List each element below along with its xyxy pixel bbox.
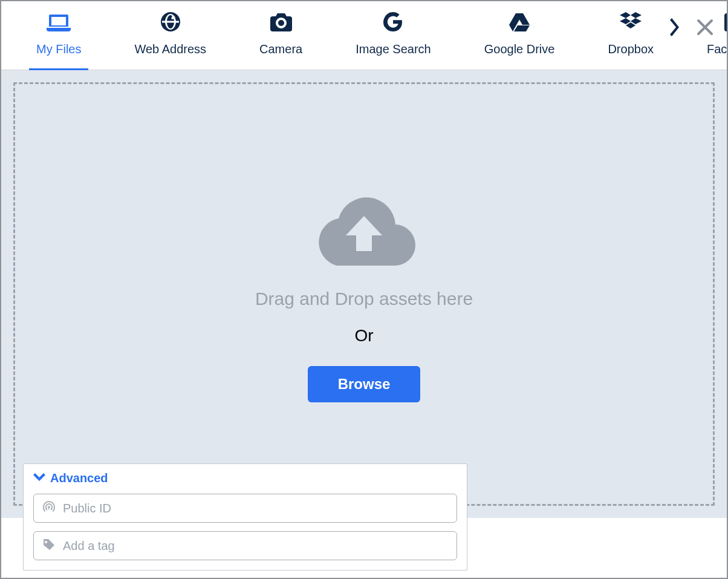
- dropzone-or: Or: [354, 326, 373, 345]
- dropzone-headline: Drag and Drop assets here: [255, 289, 473, 309]
- google-drive-icon: [509, 13, 530, 31]
- tab-web-address[interactable]: Web Address: [134, 0, 206, 70]
- svg-rect-1: [162, 21, 179, 23]
- tab-image-search[interactable]: Image Search: [356, 0, 431, 70]
- public-id-input[interactable]: [63, 502, 448, 515]
- tabbar-right-controls: [670, 18, 713, 39]
- cloud-upload-icon: [313, 193, 415, 266]
- upload-stage: Drag and Drop assets here Or Browse: [1, 70, 727, 518]
- tab-label: Camera: [259, 42, 302, 56]
- tab-google-drive[interactable]: Google Drive: [484, 1, 555, 70]
- advanced-toggle[interactable]: Advanced: [24, 464, 467, 494]
- tab-dropbox[interactable]: Dropbox: [608, 0, 654, 70]
- source-tabbar: My Files Web Address Camera Image Search: [1, 1, 727, 70]
- public-id-field[interactable]: [33, 494, 457, 523]
- tag-icon: [42, 538, 56, 554]
- chevron-right-icon: [670, 18, 681, 39]
- dropbox-icon: [620, 12, 642, 31]
- advanced-body: [24, 494, 467, 570]
- laptop-icon: [47, 13, 71, 31]
- close-icon: [697, 19, 713, 38]
- browse-button[interactable]: Browse: [308, 366, 421, 402]
- camera-icon: [270, 13, 292, 31]
- globe-icon: [161, 12, 180, 31]
- tab-label: My Files: [36, 42, 81, 56]
- advanced-panel: Advanced: [23, 463, 467, 571]
- facebook-icon: [724, 13, 728, 31]
- advanced-title: Advanced: [50, 471, 108, 485]
- fingerprint-icon: [42, 500, 56, 516]
- tab-label: Web Address: [134, 42, 206, 56]
- tab-label: Dropbox: [608, 42, 654, 56]
- chevron-down-icon: [33, 473, 45, 484]
- tab-my-files[interactable]: My Files: [36, 1, 81, 70]
- more-sources-button[interactable]: [670, 18, 681, 39]
- tag-field[interactable]: [33, 531, 457, 560]
- google-g-icon: [383, 12, 403, 31]
- dropzone[interactable]: Drag and Drop assets here Or Browse: [13, 82, 715, 506]
- tab-label: Google Drive: [484, 42, 555, 56]
- tag-input[interactable]: [63, 539, 448, 553]
- tab-camera[interactable]: Camera: [259, 1, 302, 70]
- tab-label: Image Search: [356, 42, 431, 56]
- svg-rect-2: [724, 13, 728, 31]
- upload-widget-window: My Files Web Address Camera Image Search: [0, 0, 728, 579]
- close-button[interactable]: [697, 19, 713, 38]
- tab-label: Facebook: [707, 42, 728, 56]
